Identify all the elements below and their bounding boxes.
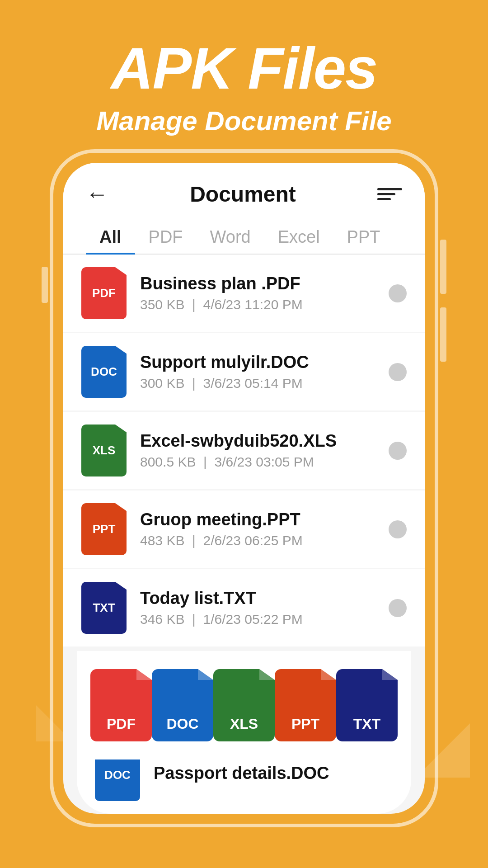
filter-button[interactable] — [377, 188, 402, 200]
filter-icon-line2 — [377, 193, 395, 195]
file-info-3: Excel-swbyduib520.XLS 800.5 KB | 3/6/23 … — [140, 431, 375, 470]
filter-icon-line3 — [377, 198, 391, 200]
tab-excel[interactable]: Excel — [264, 221, 333, 254]
file-name-last: Passport details.DOC — [154, 764, 393, 783]
file-name-1: Business plan .PDF — [140, 274, 375, 293]
filter-icon-line1 — [377, 188, 402, 190]
file-info-2: Support mulyilr.DOC 300 KB | 3/6/23 05:1… — [140, 353, 375, 391]
file-item-5[interactable]: TXT Today list.TXT 346 KB | 1/6/23 05:22… — [63, 569, 425, 646]
phone-button-right2 — [440, 307, 446, 362]
type-icon-doc[interactable]: DOC — [152, 669, 213, 741]
file-info-1: Business plan .PDF 350 KB | 4/6/23 11:20… — [140, 274, 375, 312]
screen-title: Document — [190, 182, 296, 207]
file-meta-2: 300 KB | 3/6/23 05:14 PM — [140, 376, 375, 391]
tab-ppt[interactable]: PPT — [333, 221, 394, 254]
file-icon-doc-2: DOC — [81, 346, 127, 398]
phone-button-right — [440, 240, 446, 294]
file-options-3[interactable] — [389, 442, 407, 460]
tabs-bar: All PDF Word Excel PPT — [63, 216, 425, 255]
back-button[interactable]: ← — [86, 181, 108, 207]
phone-button-left — [42, 267, 48, 303]
file-name-2: Support mulyilr.DOC — [140, 353, 375, 372]
file-item-4[interactable]: PPT Gruop meeting.PPT 483 KB | 2/6/23 06… — [63, 491, 425, 568]
tab-all[interactable]: All — [86, 221, 135, 254]
file-name-3: Excel-swbyduib520.XLS — [140, 431, 375, 451]
file-meta-1: 350 KB | 4/6/23 11:20 PM — [140, 297, 375, 312]
file-item-2[interactable]: DOC Support mulyilr.DOC 300 KB | 3/6/23 … — [63, 333, 425, 410]
file-icon-txt-5: TXT — [81, 582, 127, 634]
file-options-1[interactable] — [389, 284, 407, 302]
tab-pdf[interactable]: PDF — [135, 221, 197, 254]
file-name-5: Today list.TXT — [140, 589, 375, 608]
file-info-last: Passport details.DOC — [154, 764, 393, 787]
header-subtitle: Manage Document File — [27, 105, 461, 137]
file-meta-3: 800.5 KB | 3/6/23 03:05 PM — [140, 454, 375, 470]
file-list: PDF Business plan .PDF 350 KB | 4/6/23 1… — [63, 255, 425, 646]
file-options-4[interactable] — [389, 520, 407, 538]
type-icon-txt[interactable]: TXT — [336, 669, 398, 741]
header-title: APK Files — [27, 36, 461, 101]
file-options-5[interactable] — [389, 599, 407, 617]
app-topbar: ← Document — [63, 163, 425, 216]
type-icon-pdf[interactable]: PDF — [90, 669, 152, 741]
file-icon-pdf-1: PDF — [81, 267, 127, 319]
file-info-4: Gruop meeting.PPT 483 KB | 2/6/23 06:25 … — [140, 510, 375, 548]
header-section: APK Files Manage Document File — [0, 0, 488, 155]
bottom-types-bar: PDF DOC XLS PPT TXT — [77, 651, 411, 760]
file-options-2[interactable] — [389, 363, 407, 381]
file-item-3[interactable]: XLS Excel-swbyduib520.XLS 800.5 KB | 3/6… — [63, 412, 425, 489]
file-item-1[interactable]: PDF Business plan .PDF 350 KB | 4/6/23 1… — [63, 255, 425, 332]
file-meta-4: 483 KB | 2/6/23 06:25 PM — [140, 533, 375, 548]
phone-screen: ← Document All PDF Word Excel PPT PDF Bu… — [63, 163, 425, 814]
type-icon-xls[interactable]: XLS — [213, 669, 275, 741]
file-icon-xls-3: XLS — [81, 425, 127, 476]
tab-word[interactable]: Word — [197, 221, 264, 254]
file-name-4: Gruop meeting.PPT — [140, 510, 375, 529]
file-info-5: Today list.TXT 346 KB | 1/6/23 05:22 PM — [140, 589, 375, 627]
file-meta-5: 346 KB | 1/6/23 05:22 PM — [140, 612, 375, 627]
file-icon-ppt-4: PPT — [81, 503, 127, 555]
phone-mockup: ← Document All PDF Word Excel PPT PDF Bu… — [50, 149, 438, 827]
type-icon-ppt[interactable]: PPT — [275, 669, 336, 741]
